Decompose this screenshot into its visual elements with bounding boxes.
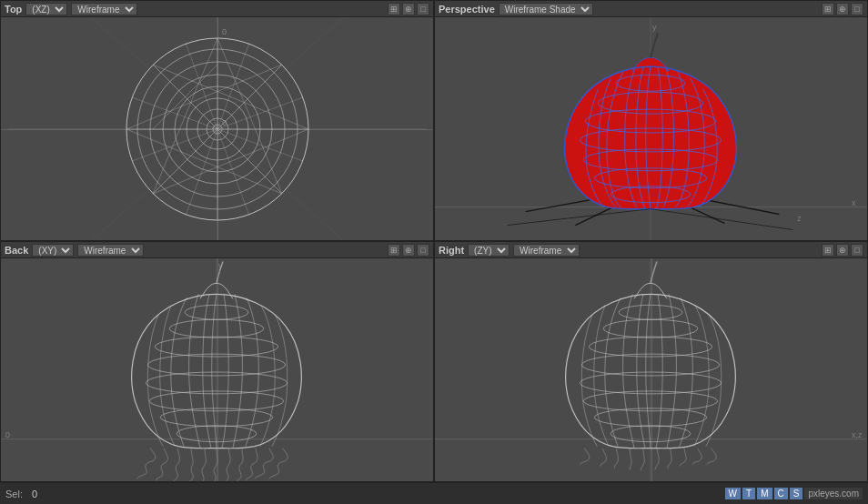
mode-dropdown-br[interactable]: Wireframe <box>513 244 580 257</box>
zoom-icon-tl[interactable]: ⊕ <box>402 3 415 15</box>
top-view-svg: 0 0 <box>8 16 427 242</box>
grid-icon-tr[interactable]: ⊞ <box>822 3 834 15</box>
axes-dropdown-br[interactable]: (ZY) <box>468 244 510 257</box>
zoom-icon-bl[interactable]: ⊕ <box>402 244 415 257</box>
watermark-w[interactable]: W <box>725 488 741 499</box>
watermark-s[interactable]: S <box>790 488 803 499</box>
zoom-icon-tr[interactable]: ⊕ <box>836 3 849 15</box>
svg-line-21 <box>153 65 308 129</box>
svg-text:y: y <box>218 261 223 270</box>
viewport-label-top: Top <box>5 4 22 15</box>
viewport-grid: Top (XZ) Wireframe ⊞ ⊕ □ <box>0 0 868 482</box>
right-view-svg: x,z <box>435 257 867 483</box>
mode-dropdown-tr[interactable]: Wireframe Shade <box>499 3 593 15</box>
viewport-header-tl: Top (XZ) Wireframe ⊞ ⊕ □ <box>1 1 433 17</box>
maximize-icon-br[interactable]: □ <box>851 244 863 257</box>
status-bar: Sel: 0 W T M C S pxleyes.com <box>0 482 868 504</box>
watermark-c[interactable]: C <box>774 488 788 499</box>
watermark-m[interactable]: M <box>757 488 772 499</box>
svg-line-20 <box>126 65 282 129</box>
viewport-icons-br: ⊞ ⊕ □ <box>822 244 863 257</box>
svg-line-19 <box>217 38 282 194</box>
viewport-icons-bl: ⊞ ⊕ □ <box>388 244 429 257</box>
svg-text:0: 0 <box>222 118 227 127</box>
sel-label: Sel: <box>5 489 23 499</box>
svg-text:x: x <box>852 197 856 207</box>
grid-icon-br[interactable]: ⊞ <box>822 244 834 257</box>
grid-icon-tl[interactable]: ⊞ <box>388 3 400 15</box>
viewport-label-back: Back <box>5 245 28 256</box>
svg-text:0: 0 <box>222 27 227 36</box>
svg-text:0: 0 <box>5 429 10 438</box>
axes-dropdown-bl[interactable]: (XY) <box>32 244 74 257</box>
viewport-top-left[interactable]: Top (XZ) Wireframe ⊞ ⊕ □ <box>0 0 434 241</box>
viewport-content-tr: x y z <box>435 17 867 240</box>
svg-text:y: y <box>652 23 657 32</box>
perspective-view-svg: x y z <box>435 16 867 242</box>
watermark: W T M C S pxleyes.com <box>725 488 863 499</box>
zoom-icon-br[interactable]: ⊕ <box>836 244 849 257</box>
viewport-bottom-right[interactable]: Right (ZY) Wireframe ⊞ ⊕ □ <box>434 241 868 482</box>
viewport-label-right: Right <box>439 245 464 256</box>
viewport-icons-tr: ⊞ ⊕ □ <box>822 3 863 15</box>
mode-dropdown-bl[interactable]: Wireframe <box>77 244 144 257</box>
maximize-icon-tr[interactable]: □ <box>851 3 863 15</box>
viewport-bottom-left[interactable]: Back (XY) Wireframe ⊞ ⊕ □ <box>0 241 434 482</box>
svg-line-18 <box>153 38 217 194</box>
grid-icon-bl[interactable]: ⊞ <box>388 244 400 257</box>
viewport-content-br: x,z <box>435 258 867 481</box>
viewport-header-tr: Perspective Wireframe Shade ⊞ ⊕ □ <box>435 1 867 17</box>
watermark-t[interactable]: T <box>742 488 755 499</box>
viewport-top-right[interactable]: Perspective Wireframe Shade ⊞ ⊕ □ <box>434 0 868 241</box>
viewport-content-bl: 0 y <box>1 258 433 481</box>
viewport-header-br: Right (ZY) Wireframe ⊞ ⊕ □ <box>435 242 867 258</box>
viewport-icons-tl: ⊞ ⊕ □ <box>388 3 429 15</box>
maximize-icon-bl[interactable]: □ <box>417 244 429 257</box>
svg-line-22 <box>126 129 282 194</box>
svg-line-23 <box>153 129 308 194</box>
axes-dropdown-tl[interactable]: (XZ) <box>25 3 67 15</box>
viewport-label-perspective: Perspective <box>439 4 495 15</box>
mode-dropdown-tl[interactable]: Wireframe <box>71 3 137 15</box>
maximize-icon-tl[interactable]: □ <box>417 3 429 15</box>
watermark-text: pxleyes.com <box>804 488 863 499</box>
back-view-svg: 0 y <box>1 257 433 483</box>
svg-text:x,z: x,z <box>852 429 863 438</box>
viewport-header-bl: Back (XY) Wireframe ⊞ ⊕ □ <box>1 242 433 258</box>
viewport-content-tl: 0 0 <box>1 17 433 240</box>
sel-value: 0 <box>32 489 37 499</box>
svg-text:z: z <box>797 213 802 222</box>
